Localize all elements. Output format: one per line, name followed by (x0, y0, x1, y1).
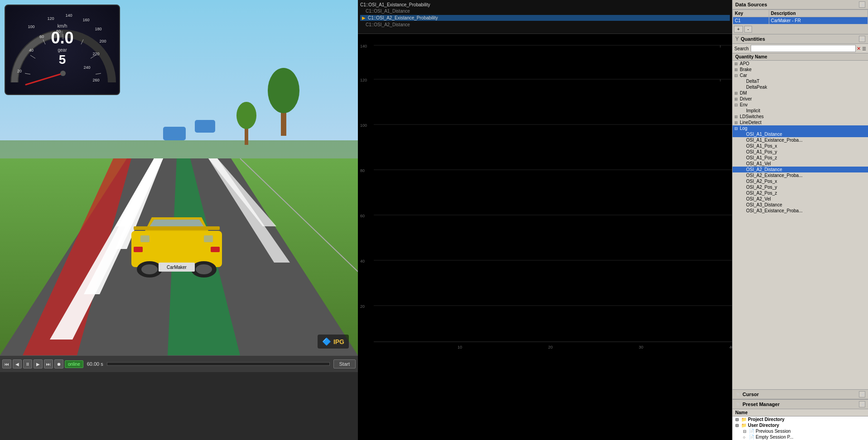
tree-item-osi-a2-exist[interactable]: OSI_A2_Existance_Proba... (733, 172, 868, 178)
tree-item-deltat[interactable]: DeltaT (733, 78, 868, 84)
tree-item-deltapeak[interactable]: DeltaPeak (733, 84, 868, 90)
svg-line-36 (25, 73, 30, 74)
start-button[interactable]: Start (333, 359, 356, 368)
tree-item-osi-a3-dist[interactable]: OSI_A3_Distance (733, 202, 868, 208)
step-back-button[interactable]: ◀ (13, 359, 22, 368)
ds-add-button[interactable]: + (734, 26, 743, 33)
svg-text:100: 100 (360, 123, 367, 128)
svg-text:220: 220 (92, 52, 99, 56)
preset-name-header: Name (733, 409, 868, 416)
svg-text:60: 60 (360, 214, 365, 218)
speed-unit-label: km/h (51, 24, 73, 29)
tree-toggle-brake: ⊞ (734, 67, 739, 72)
tree-toggle-dm: ⊞ (734, 91, 739, 96)
tree-item-osi-a2-dist[interactable]: OSI_A2_Distance (733, 167, 868, 172)
svg-text:120: 120 (47, 16, 54, 21)
chart-area: C1::OSI_A1_Existance_Probability C1::OSI… (358, 0, 732, 440)
tree-item-osi-a2-posy[interactable]: OSI_A2_Pos_y (733, 184, 868, 190)
ds-buttons: + - (733, 24, 868, 34)
tree-item-osi-a1-exist[interactable]: OSI_A1_Existance_Proba... (733, 137, 868, 143)
svg-text:CarMaker: CarMaker (167, 265, 187, 270)
forward-button[interactable]: ⏭ (44, 359, 53, 368)
dir-item-project[interactable]: ⊟ 📁 Project Directory (733, 416, 868, 422)
tree-item-osi-a1-vel[interactable]: OSI_A1_Vel (733, 161, 868, 167)
tree-toggle-apo: ⊞ (734, 62, 739, 66)
dir-item-empty-session[interactable]: ○ 📄 Empty Session P... (733, 434, 868, 440)
svg-rect-21 (140, 235, 149, 242)
ds-remove-button[interactable]: - (744, 26, 752, 33)
tree-item-apo[interactable]: ⊞APO (733, 61, 868, 67)
ds-row-1[interactable]: C1 CarMaker - FR (733, 17, 868, 24)
tree-item-implicit[interactable]: Implicit (733, 108, 868, 114)
svg-point-17 (236, 102, 256, 129)
data-sources-header[interactable]: Data Sources ◀ (733, 0, 868, 10)
qty-tree: ⊞APO ⊞Brake ⊟Car DeltaT DeltaPeak ⊞DM (733, 61, 868, 389)
tree-item-osi-a1-dist[interactable]: OSI_A1_Distance (733, 131, 868, 137)
svg-text:80: 80 (360, 168, 365, 173)
tree-toggle-car: ⊟ (734, 73, 739, 78)
tree-item-env[interactable]: ⊟Env (733, 102, 868, 108)
tree-toggle-lds: ⊞ (734, 115, 739, 119)
dir-icon-prev: 📄 (749, 429, 754, 434)
tree-item-osi-a2-posx[interactable]: OSI_A2_Pos_x (733, 178, 868, 184)
chart-grid-svg: 140 120 100 80 60 40 20 1 (358, 34, 732, 440)
quantities-expand-btn[interactable]: ◀ (859, 36, 865, 42)
pause-button[interactable]: ⏸ (23, 359, 32, 368)
signal-item-4: C1::OSI_A2_Distance (360, 22, 730, 27)
tree-item-osi-a1-posy[interactable]: OSI_A1_Pos_y (733, 149, 868, 155)
dir-item-prev-session[interactable]: ⊟ 📄 Previous Session (733, 428, 868, 434)
preset-expand-btn[interactable]: ◀ (859, 401, 865, 407)
svg-rect-31 (134, 226, 220, 230)
dir-item-user[interactable]: ⊟ 📁 User Directory (733, 422, 868, 428)
tree-item-driver[interactable]: ⊞Driver (733, 96, 868, 102)
tree-item-osi-a2-posz[interactable]: OSI_A2_Pos_z (733, 190, 868, 196)
quantities-title: Quantities (741, 36, 765, 42)
search-options-button[interactable]: ☰ (862, 46, 866, 51)
tree-toggle-log: ⊟ (734, 126, 739, 131)
record-button[interactable]: ⏺ (54, 359, 63, 368)
tree-item-car[interactable]: ⊟Car (733, 72, 868, 78)
search-row: Search ✕ ☰ (733, 44, 868, 53)
tree-item-osi-a3-exist[interactable]: OSI_A3_Existance_Proba... (733, 208, 868, 214)
tree-item-linedetect[interactable]: ⊞LineDetect (733, 120, 868, 125)
dir-label-empty: Empty Session P... (756, 435, 793, 440)
dir-icon-empty: 📄 (749, 435, 754, 440)
tree-item-ldswitches[interactable]: ⊞LDSwitches (733, 114, 868, 120)
data-sources-expand-btn[interactable]: ◀ (859, 1, 865, 8)
gear-display: 5 (51, 53, 73, 67)
sim-area: CarMaker (0, 0, 358, 440)
tree-item-osi-a1-posx[interactable]: OSI_A1_Pos_x (733, 143, 868, 149)
svg-text:30: 30 (639, 345, 643, 349)
svg-text:260: 260 (92, 78, 99, 82)
search-input[interactable] (751, 45, 856, 52)
signal-2-name: C1::OSI_A1_Distance (366, 9, 410, 14)
svg-text:160: 160 (82, 18, 89, 22)
search-clear-button[interactable]: ✕ (857, 46, 861, 52)
ds-col-desc: Description (769, 10, 868, 17)
tree-item-log[interactable]: ⊟Log (733, 125, 868, 131)
preset-body: Name ⊟ 📁 Project Directory ⊟ 📁 User Dire… (733, 409, 868, 440)
cursor-expand-btn[interactable]: ◀ (859, 391, 865, 397)
svg-text:40: 40 (729, 345, 732, 349)
dir-toggle-project: ⊟ (735, 417, 740, 422)
quantities-header[interactable]: Y Quantities ◀ (733, 34, 868, 44)
play-button[interactable]: ▶ (34, 359, 43, 368)
signal-item-1: C1::OSI_A1_Existance_Probability (360, 2, 730, 7)
svg-point-26 (196, 264, 212, 274)
tree-item-osi-a2-vel[interactable]: OSI_A2_Vel (733, 196, 868, 202)
dir-toggle-prev: ⊟ (743, 429, 747, 434)
cursor-header[interactable]: 🖱 Cursor ◀ (733, 390, 868, 399)
preset-icon: 🖱 (735, 401, 741, 407)
svg-text:200: 200 (99, 39, 106, 43)
svg-text:140: 140 (360, 44, 367, 48)
svg-line-39 (96, 73, 101, 74)
chart-signals: C1::OSI_A1_Existance_Probability C1::OSI… (358, 0, 732, 34)
rewind-button[interactable]: ⏮ (2, 359, 11, 368)
tree-item-osi-a1-posz[interactable]: OSI_A1_Pos_z (733, 155, 868, 161)
time-display: 60.00 s (87, 361, 103, 367)
progress-bar[interactable] (107, 362, 330, 366)
preset-header[interactable]: 🖱 Preset Manager ◀ (733, 400, 868, 409)
svg-rect-28 (211, 247, 220, 252)
tree-item-brake[interactable]: ⊞Brake (733, 67, 868, 72)
tree-item-dm[interactable]: ⊞DM (733, 90, 868, 96)
